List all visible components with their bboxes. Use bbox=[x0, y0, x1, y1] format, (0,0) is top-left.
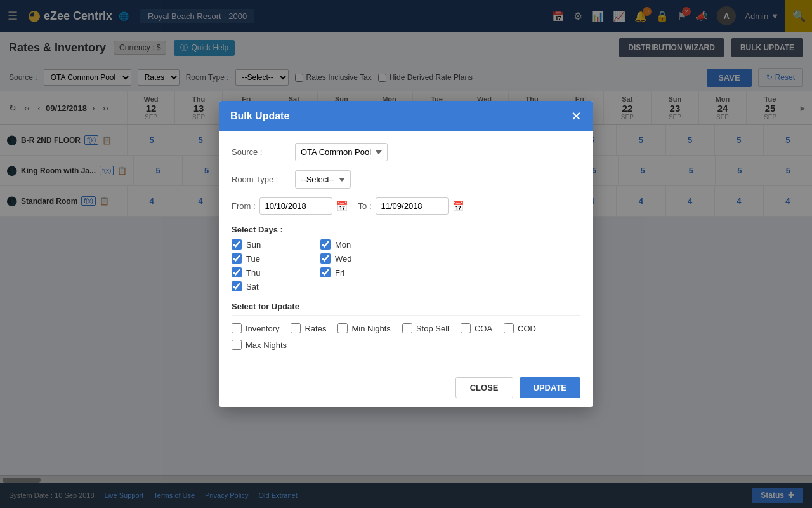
from-label: From : bbox=[232, 201, 256, 211]
close-button[interactable]: CLOSE bbox=[455, 377, 513, 398]
coa-checkbox[interactable] bbox=[461, 323, 471, 333]
day-tue[interactable]: Tue bbox=[232, 253, 308, 264]
cod-checkbox[interactable] bbox=[504, 323, 514, 333]
from-date-input[interactable] bbox=[259, 197, 332, 215]
source-row: Source : OTA Common Pool bbox=[232, 143, 580, 161]
min-nights-checkbox[interactable] bbox=[337, 323, 348, 333]
day-wed[interactable]: Wed bbox=[320, 253, 396, 264]
update-button[interactable]: UPDATE bbox=[520, 377, 580, 398]
to-calendar-icon[interactable]: 📅 bbox=[452, 201, 464, 212]
max-nights-check[interactable]: Max Nights bbox=[232, 340, 287, 350]
days-grid: Sun Mon Tue Wed bbox=[232, 239, 396, 291]
inventory-check[interactable]: Inventory bbox=[232, 323, 279, 333]
cod-check[interactable]: COD bbox=[504, 323, 536, 333]
modal-source-wrapper: OTA Common Pool bbox=[295, 143, 580, 161]
mon-checkbox[interactable] bbox=[320, 239, 331, 250]
update-options: Inventory Rates Min Nights Stop Sell COA bbox=[232, 323, 580, 333]
modal-source-select[interactable]: OTA Common Pool bbox=[295, 143, 388, 161]
modal-footer: CLOSE UPDATE bbox=[219, 368, 593, 407]
day-sun[interactable]: Sun bbox=[232, 239, 308, 250]
room-type-row: Room Type : --Select-- bbox=[232, 170, 580, 189]
rates-check[interactable]: Rates bbox=[291, 323, 326, 333]
stop-sell-checkbox[interactable] bbox=[402, 323, 412, 333]
select-update-label: Select for Update bbox=[232, 302, 580, 316]
fri-checkbox[interactable] bbox=[320, 267, 331, 277]
modal-header: Bulk Update ✕ bbox=[219, 101, 593, 131]
bulk-update-modal: Bulk Update ✕ Source : OTA Common Pool R… bbox=[219, 101, 593, 407]
modal-body: Source : OTA Common Pool Room Type : --S… bbox=[219, 131, 593, 368]
modal-room-type-select[interactable]: --Select-- bbox=[295, 170, 351, 189]
wed-checkbox[interactable] bbox=[320, 253, 331, 264]
from-date-group: From : 📅 bbox=[232, 197, 348, 215]
stop-sell-check[interactable]: Stop Sell bbox=[402, 323, 449, 333]
to-label: To : bbox=[358, 201, 372, 211]
modal-room-type-wrapper: --Select-- bbox=[295, 170, 580, 189]
date-row: From : 📅 To : 📅 bbox=[232, 197, 580, 215]
min-nights-check[interactable]: Min Nights bbox=[337, 323, 390, 333]
from-calendar-icon[interactable]: 📅 bbox=[336, 201, 348, 212]
inventory-checkbox[interactable] bbox=[232, 323, 242, 333]
select-days-label: Select Days : bbox=[232, 225, 396, 234]
day-fri[interactable]: Fri bbox=[320, 267, 396, 277]
to-date-group: To : 📅 bbox=[358, 197, 464, 215]
tue-checkbox[interactable] bbox=[232, 253, 242, 264]
modal-title: Bulk Update bbox=[230, 110, 289, 122]
modal-room-type-label: Room Type : bbox=[232, 175, 295, 184]
modal-overlay: Bulk Update ✕ Source : OTA Common Pool R… bbox=[0, 0, 812, 508]
day-sat[interactable]: Sat bbox=[232, 281, 308, 291]
coa-check[interactable]: COA bbox=[461, 323, 492, 333]
sat-checkbox[interactable] bbox=[232, 281, 242, 291]
to-date-input[interactable] bbox=[376, 197, 449, 215]
modal-close-button[interactable]: ✕ bbox=[571, 110, 582, 123]
update-options-row2: Max Nights bbox=[232, 340, 580, 350]
select-days-group: Select Days : Sun Mon Tue bbox=[232, 225, 396, 291]
select-days-section: Select Days : Sun Mon Tue bbox=[232, 225, 580, 291]
sun-checkbox[interactable] bbox=[232, 239, 242, 250]
modal-source-label: Source : bbox=[232, 147, 295, 157]
rates-checkbox[interactable] bbox=[291, 323, 301, 333]
day-mon[interactable]: Mon bbox=[320, 239, 396, 250]
thu-checkbox[interactable] bbox=[232, 267, 242, 277]
max-nights-checkbox[interactable] bbox=[232, 340, 242, 350]
day-thu[interactable]: Thu bbox=[232, 267, 308, 277]
